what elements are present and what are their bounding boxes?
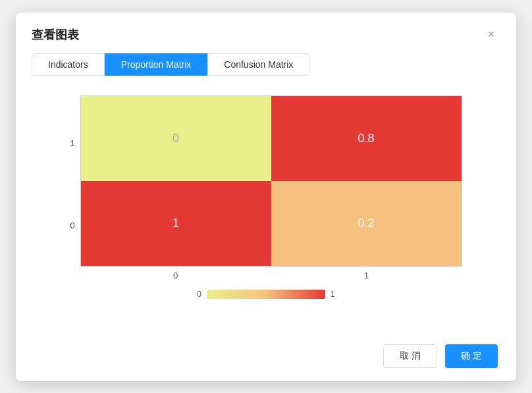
cell-1-1: 0.2 (271, 181, 462, 266)
cell-1-0: 1 (81, 181, 271, 266)
dialog-header: 查看图表 × (16, 13, 516, 44)
y-label-1: 1 (70, 103, 74, 182)
x-label-0: 0 (80, 271, 271, 280)
dialog: 查看图表 × Indicators Proportion Matrix Conf… (16, 13, 516, 381)
cell-0-0: 0 (81, 96, 271, 181)
tab-proportion-matrix[interactable]: Proportion Matrix (105, 53, 208, 76)
cancel-button[interactable]: 取 消 (383, 344, 437, 368)
x-label-1: 1 (271, 271, 462, 280)
matrix-container: 1 0 0 0.8 1 0.2 0 1 (70, 95, 462, 280)
dialog-footer: 取 消 确 定 (16, 334, 516, 381)
matrix-grid: 0 0.8 1 0.2 (80, 95, 462, 267)
y-label-0: 0 (70, 186, 74, 265)
dialog-title: 查看图表 (32, 27, 79, 43)
tab-bar: Indicators Proportion Matrix Confusion M… (16, 44, 516, 76)
chart-area: 1 0 0 0.8 1 0.2 0 1 0 (42, 95, 490, 299)
legend-min-label: 0 (197, 290, 201, 299)
confirm-button[interactable]: 确 定 (445, 344, 498, 368)
dialog-body: 1 0 0 0.8 1 0.2 0 1 0 (16, 76, 516, 334)
close-button[interactable]: × (482, 26, 500, 44)
legend-area: 0 1 (197, 290, 334, 299)
x-axis: 0 1 (80, 267, 462, 280)
legend-bar (207, 290, 325, 299)
legend-max-label: 1 (331, 290, 335, 299)
tab-confusion-matrix[interactable]: Confusion Matrix (207, 53, 309, 76)
tab-indicators[interactable]: Indicators (32, 53, 105, 76)
cell-0-1: 0.8 (271, 96, 462, 181)
matrix-and-xaxis: 0 0.8 1 0.2 0 1 (80, 95, 462, 280)
y-axis: 1 0 (70, 95, 80, 267)
